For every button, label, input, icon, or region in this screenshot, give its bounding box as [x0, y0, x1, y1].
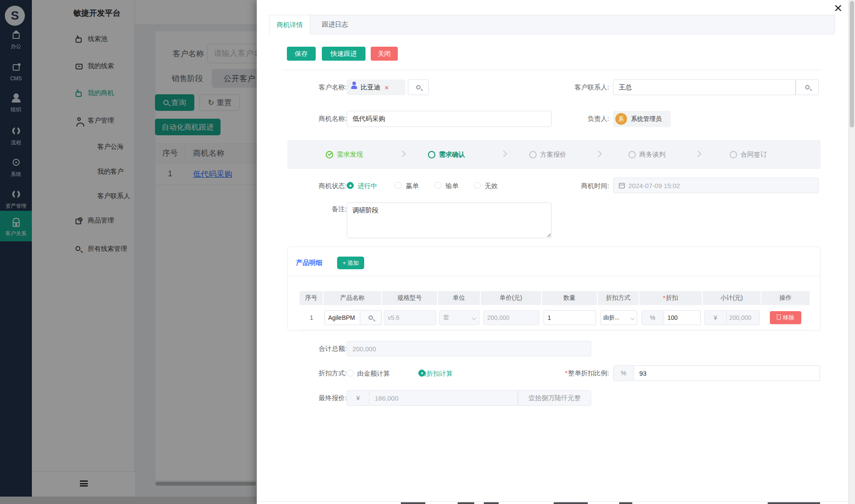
step-quotation[interactable]: 方案报价 [529, 151, 566, 159]
radio-label-won[interactable]: 赢单 [406, 182, 419, 190]
drawer-tabs: 商机详情 跟进日志 [269, 15, 835, 34]
total-label: 合计总额: [294, 345, 347, 353]
chevron-down-icon [630, 315, 634, 320]
final-quote-label: 最终报价: [294, 394, 347, 402]
resize-handle[interactable] [546, 233, 551, 237]
scrollbar-thumb[interactable] [850, 1, 854, 127]
chevron-right-icon [595, 151, 602, 158]
radio-lost[interactable] [434, 182, 441, 189]
add-product-button[interactable]: + 添加 [337, 257, 364, 269]
owner-label: 负责人: [557, 115, 609, 123]
unit-value: 套 [443, 314, 449, 322]
step-active-icon [428, 151, 435, 158]
col-header-quantity: 数量 [542, 291, 598, 305]
radio-label-by-discount[interactable]: 由折扣计算 [420, 370, 453, 378]
required-star: * [663, 295, 665, 302]
required-star: * [565, 369, 568, 377]
contact-search-button[interactable] [796, 79, 819, 95]
step-label: 方案报价 [540, 151, 566, 159]
calendar-icon [619, 183, 625, 189]
col-header-discount: * 折扣 [639, 291, 703, 305]
clipped-text-fragment [554, 502, 588, 504]
customer-search-button[interactable] [408, 79, 429, 95]
page-scrollbar[interactable] [848, 0, 855, 504]
remark-label: 备注: [294, 205, 347, 213]
cell-actions: 移除 [762, 306, 810, 330]
yuan-prefix: ¥ [347, 390, 369, 406]
radio-label-in-progress[interactable]: 进行中 [358, 182, 377, 190]
col-header-unit: 单位 [438, 291, 481, 305]
product-name-input[interactable] [324, 310, 360, 325]
product-search-button[interactable] [360, 310, 382, 325]
customer-tag-label: 比亚迪 [361, 83, 380, 92]
owner-name: 系统管理员 [631, 115, 662, 123]
search-icon [805, 85, 810, 89]
remove-row-button[interactable]: 移除 [770, 311, 801, 324]
search-icon [369, 315, 373, 320]
radio-invalid[interactable] [474, 182, 481, 189]
divider [283, 70, 820, 70]
step-negotiation[interactable]: 商务谈判 [628, 151, 665, 159]
tab-follow-log[interactable]: 跟进日志 [310, 15, 359, 34]
radio-label-by-amount[interactable]: 由金额计算 [357, 370, 390, 378]
step-label: 合同签订 [741, 151, 767, 159]
opportunity-detail-drawer: × 商机详情 跟进日志 保存 快速跟进 关闭 客户名称: 比亚迪 × 客户联系人… [257, 0, 848, 504]
cell-discount-mode: 由折... [598, 306, 639, 330]
clipped-row-line [257, 501, 848, 502]
opportunity-time-input: 2024-07-09 15:02 [613, 178, 819, 193]
remove-customer-icon[interactable]: × [385, 84, 389, 91]
total-input [347, 341, 591, 357]
discount-mode-select[interactable]: 由折... [600, 310, 637, 325]
owner-avatar: 系 [615, 113, 627, 125]
search-icon [416, 85, 421, 89]
whole-discount-label: *整单折扣比例: [536, 369, 609, 377]
status-label: 商机状态: [294, 182, 347, 190]
opportunity-time-value: 2024-07-09 15:02 [628, 182, 680, 189]
remove-label: 移除 [783, 314, 794, 322]
close-icon[interactable]: × [834, 1, 842, 15]
step-label: 商务谈判 [639, 151, 665, 159]
step-pending-icon [529, 151, 537, 158]
col-header-discount-label: 折扣 [666, 294, 678, 302]
customer-contact-input[interactable] [613, 79, 796, 95]
discount-mode-value: 由折... [603, 314, 620, 322]
save-button[interactable]: 保存 [287, 47, 316, 61]
quick-follow-button[interactable]: 快速跟进 [322, 47, 365, 61]
close-button[interactable]: 关闭 [371, 47, 398, 61]
step-demand-confirm[interactable]: 需求确认 [428, 151, 465, 159]
step-contract-sign[interactable]: 合同签订 [730, 151, 767, 159]
radio-by-amount[interactable] [347, 370, 354, 377]
quantity-input[interactable] [544, 310, 596, 325]
tab-opportunity-detail[interactable]: 商机详情 [269, 15, 310, 34]
chevron-right-icon [399, 151, 406, 158]
whole-discount-input[interactable]: 93 [634, 365, 820, 381]
product-detail-section: 产品明细 + 添加 序号 产品名称 规格型号 单位 单价(元) 数量 折扣方式 … [287, 247, 821, 331]
step-label: 需求确认 [439, 151, 465, 159]
col-header-product-name: 产品名称 [324, 291, 382, 305]
final-quote-chinese: 壹拾捌万陆仟元整 [518, 390, 591, 406]
clipped-text-fragment [484, 502, 499, 504]
radio-label-lost[interactable]: 输单 [445, 182, 459, 190]
remark-textarea[interactable]: 调研阶段 [347, 202, 552, 238]
clipped-text-fragment [619, 502, 632, 504]
chevron-down-icon [472, 315, 476, 320]
clipped-text-fragment [768, 502, 820, 504]
discount-input[interactable] [664, 310, 701, 325]
app-root: S 办公 CMS 组织 流程 系统 资产管 [0, 0, 855, 504]
spec-input [384, 310, 436, 325]
opportunity-name-label: 商机名称: [294, 115, 347, 123]
whole-discount-label-text: 整单折扣比例: [568, 369, 609, 377]
customer-name-label: 客户名称: [294, 83, 347, 92]
unit-price-input [483, 310, 539, 325]
customer-contact-label: 客户联系人: [557, 83, 609, 92]
opportunity-name-input[interactable] [347, 111, 552, 127]
cell-unit-price [481, 306, 542, 330]
radio-won[interactable] [395, 182, 402, 189]
radio-in-progress[interactable] [347, 182, 354, 189]
sales-stage-steps: 需求发现 需求确认 方案报价 商务谈判 合同签订 [287, 140, 821, 169]
trash-icon [777, 316, 781, 320]
step-demand-discovery[interactable]: 需求发现 [326, 151, 363, 159]
radio-label-invalid[interactable]: 无效 [485, 182, 498, 190]
customer-tag: 比亚迪 × [347, 79, 405, 95]
yuan-prefix: ¥ [704, 310, 727, 325]
